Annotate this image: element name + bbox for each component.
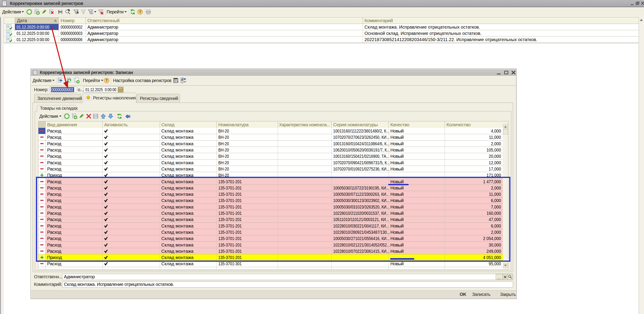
svg-text:?: ? <box>139 10 141 14</box>
svg-text:?: ? <box>106 78 108 83</box>
